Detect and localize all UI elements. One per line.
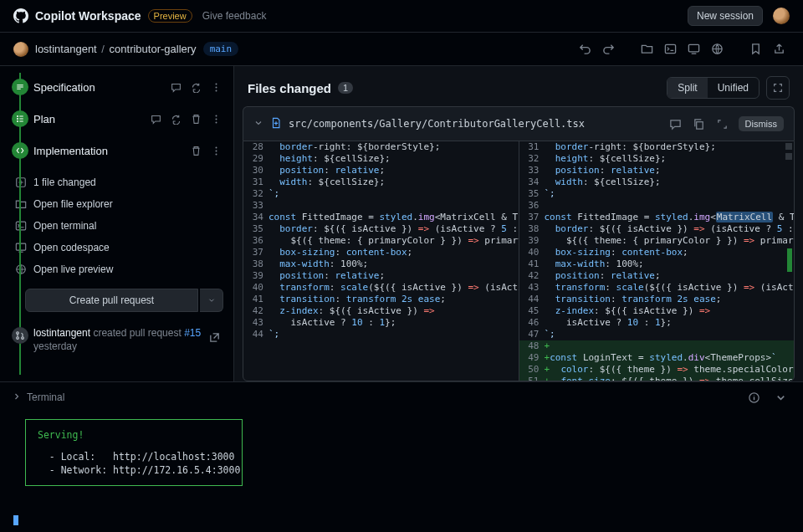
open-file-explorer[interactable]: Open file explorer: [0, 193, 233, 215]
pr-icon: [12, 327, 28, 344]
file-header: src/components/Gallery/ContributorGaller…: [243, 106, 795, 141]
kebab-icon[interactable]: [207, 141, 225, 160]
svg-point-5: [215, 90, 217, 91]
svg-point-11: [215, 121, 217, 123]
create-pr-caret[interactable]: [200, 289, 223, 312]
svg-point-9: [215, 115, 217, 116]
minimap: [785, 143, 792, 160]
diff-view: 28 border-right: ${borderStyle};29 heigh…: [243, 141, 795, 381]
svg-point-12: [215, 146, 217, 148]
file-diff-icon: [270, 117, 282, 131]
step-plan[interactable]: Plan: [0, 103, 233, 135]
avatar[interactable]: [773, 8, 790, 24]
chevron-down-icon[interactable]: [770, 387, 791, 407]
sidebar: Specification Plan Implem: [0, 66, 234, 381]
terminal-panel: Terminal Serving! - Local: http://localh…: [0, 381, 803, 532]
svg-rect-17: [16, 243, 25, 250]
new-session-button[interactable]: New session: [688, 6, 763, 26]
external-link-icon[interactable]: [203, 327, 225, 347]
svg-point-8: [17, 120, 18, 122]
crumb-actions: [574, 39, 790, 59]
sync-icon[interactable]: [187, 78, 205, 96]
undo-icon[interactable]: [574, 39, 596, 59]
github-icon: [13, 8, 28, 23]
chevron-right-icon[interactable]: [12, 391, 22, 404]
brand: Copilot Workspace Preview: [13, 8, 192, 23]
svg-point-10: [215, 118, 217, 120]
preview-badge: Preview: [148, 9, 192, 23]
step-dot-icon: [12, 110, 28, 127]
svg-point-6: [17, 115, 18, 117]
owner-avatar[interactable]: [13, 42, 28, 57]
terminal-icon[interactable]: [659, 39, 681, 59]
diff-icon: [15, 176, 27, 188]
count-badge: 1: [338, 82, 353, 94]
codespace-icon: [15, 242, 27, 253]
svg-point-21: [22, 337, 24, 340]
svg-point-14: [215, 153, 217, 155]
pr-link[interactable]: #15: [184, 327, 201, 339]
trash-icon[interactable]: [187, 141, 205, 160]
file-path[interactable]: src/components/Gallery/ContributorGaller…: [289, 118, 585, 130]
svg-rect-22: [697, 121, 703, 128]
diff-view-toggle: Split Unified: [667, 77, 760, 99]
open-codespace[interactable]: Open codespace: [0, 237, 233, 258]
svg-point-4: [215, 86, 217, 88]
kebab-icon[interactable]: [207, 110, 225, 128]
unified-tab[interactable]: Unified: [708, 78, 759, 98]
step-specification[interactable]: Specification: [0, 71, 233, 103]
branch-badge[interactable]: main: [203, 42, 239, 56]
svg-rect-1: [688, 44, 698, 51]
info-icon[interactable]: [743, 387, 765, 407]
topbar: Copilot Workspace Preview Give feedback …: [0, 0, 803, 33]
breadcrumb[interactable]: lostintangent / contributor-gallery: [35, 43, 197, 55]
svg-point-20: [17, 337, 19, 340]
step-implementation[interactable]: Implementation: [0, 135, 233, 166]
terminal-body[interactable]: Serving! - Local: http://localhost:3000 …: [0, 412, 803, 532]
terminal-title: Terminal: [27, 391, 64, 403]
globe-icon: [15, 263, 27, 275]
codespace-icon[interactable]: [683, 39, 704, 59]
create-pr-button[interactable]: Create pull request: [25, 289, 198, 312]
trash-icon[interactable]: [187, 110, 205, 128]
chevron-down-icon[interactable]: [253, 118, 263, 130]
diff-right-pane[interactable]: 31 border-right: ${borderStyle};32 heigh…: [519, 141, 795, 381]
crumbbar: lostintangent / contributor-gallery main: [0, 33, 803, 66]
activity-item: lostintangent created pull request #15 y…: [0, 319, 233, 361]
sync-icon[interactable]: [166, 110, 185, 128]
content-panel: Files changed 1 Split Unified src/compon…: [234, 66, 803, 381]
comment-icon[interactable]: [146, 110, 165, 128]
terminal-icon: [15, 220, 27, 232]
terminal-output-box: Serving! - Local: http://localhost:3000 …: [25, 419, 243, 486]
dismiss-button[interactable]: Dismiss: [739, 116, 785, 131]
file-changed-item[interactable]: 1 file changed: [0, 171, 233, 193]
terminal-cursor: [13, 515, 18, 525]
redo-icon[interactable]: [597, 39, 619, 59]
svg-rect-16: [16, 222, 25, 230]
files-changed-heading: Files changed 1: [248, 81, 353, 95]
svg-point-7: [17, 118, 18, 120]
comment-icon[interactable]: [665, 114, 687, 134]
diff-left-pane[interactable]: 28 border-right: ${borderStyle};29 heigh…: [243, 141, 519, 381]
folder-icon[interactable]: [636, 39, 657, 59]
kebab-icon[interactable]: [207, 78, 225, 96]
svg-point-3: [215, 83, 217, 84]
activity-when: yesterday: [33, 340, 225, 352]
folder-icon: [15, 198, 27, 210]
bookmark-icon[interactable]: [744, 39, 766, 59]
fullscreen-icon[interactable]: [766, 76, 790, 100]
open-terminal[interactable]: Open terminal: [0, 215, 233, 237]
svg-point-19: [17, 332, 19, 335]
expand-icon[interactable]: [712, 114, 734, 134]
serving-line: Serving!: [38, 428, 230, 442]
svg-point-13: [215, 150, 217, 151]
copy-icon[interactable]: [688, 114, 710, 134]
feedback-link[interactable]: Give feedback: [202, 10, 267, 22]
share-icon[interactable]: [768, 39, 790, 59]
globe-icon[interactable]: [706, 39, 728, 59]
brand-name: Copilot Workspace: [35, 9, 141, 23]
comment-icon[interactable]: [166, 78, 185, 96]
split-tab[interactable]: Split: [667, 78, 707, 98]
open-live-preview[interactable]: Open live preview: [0, 258, 233, 280]
step-dot-icon: [12, 79, 28, 95]
